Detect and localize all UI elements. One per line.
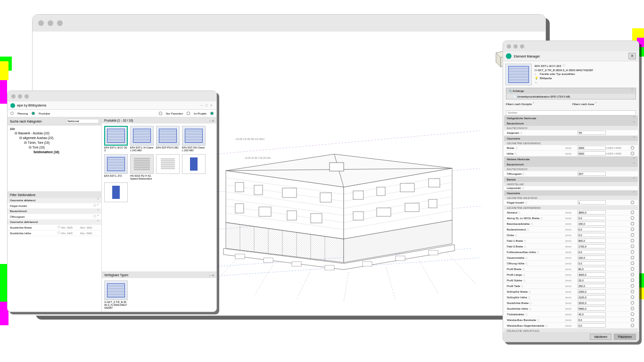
prop-input[interactable]	[578, 227, 606, 231]
em-family-select[interactable]: ⌕Familie oder Typ auswählen	[535, 73, 636, 75]
prop-input[interactable]	[578, 301, 606, 305]
filter-asse[interactable]: Filtern nach Asse ˅	[572, 102, 636, 106]
search-input[interactable]	[66, 119, 99, 123]
prop-chk[interactable]	[631, 273, 634, 276]
prop-input[interactable]	[578, 200, 606, 205]
window-max-icon[interactable]: □	[206, 104, 207, 107]
filter-group[interactable]: Geometrie ableitend˅	[8, 198, 101, 203]
product-card[interactable]: EFA SST-L-ECO 263	[104, 126, 128, 152]
window-close-icon[interactable]: ×	[210, 104, 212, 107]
product-card[interactable]: EFA SST-SN-Classic 230 A80	[182, 126, 206, 152]
product-card[interactable]: EFA SST-PS-N 281	[156, 126, 180, 152]
prop-chk[interactable]	[631, 256, 634, 259]
traffic-light-close[interactable]	[507, 44, 511, 49]
traffic-light-close[interactable]	[38, 20, 44, 26]
prop-chk[interactable]	[631, 324, 634, 327]
prop-input[interactable]	[578, 239, 606, 243]
traffic-light-max[interactable]	[25, 94, 29, 99]
prop-chk[interactable]	[631, 290, 634, 293]
prop-input[interactable]	[578, 323, 606, 328]
traffic-light-min[interactable]	[48, 20, 53, 26]
prop-chk[interactable]	[631, 228, 634, 231]
prop-chk[interactable]	[631, 201, 634, 204]
tree-item[interactable]: ⊟ Türen, Tore (16)	[10, 140, 99, 145]
prop-chk[interactable]	[631, 307, 634, 310]
prop-input[interactable]	[578, 146, 606, 150]
radio-planung[interactable]	[10, 112, 14, 115]
prop-input[interactable]	[578, 284, 606, 288]
product-card[interactable]	[104, 182, 128, 203]
traffic-light-close[interactable]	[11, 94, 16, 99]
type-card[interactable]: O-SKT_Z-TR_B-3500.0_H-3500.0#917432087	[104, 280, 128, 309]
em-group[interactable]: Maßgebliche Merkmale˅	[504, 115, 638, 121]
prop-chk[interactable]	[631, 318, 634, 321]
search-icon[interactable]: ⌕	[209, 119, 211, 122]
prop-chk[interactable]	[631, 262, 634, 265]
prop-chk[interactable]	[631, 245, 634, 248]
prop-input[interactable]	[578, 210, 606, 214]
product-card[interactable]: EFA SST-L-N-Classic 243 A80	[130, 126, 154, 152]
em-group[interactable]: Weitere Merkmale˅	[504, 156, 638, 162]
star-icon[interactable]: ☆	[535, 81, 538, 84]
prop-input[interactable]	[578, 216, 606, 220]
prop-input[interactable]	[578, 131, 606, 135]
tree-item[interactable]: Alle	[10, 127, 99, 131]
prop-chk[interactable]	[631, 152, 634, 155]
em-attach-header[interactable]: 📎 Anhänge ˄	[506, 88, 636, 94]
prop-chk[interactable]	[631, 146, 634, 149]
product-card[interactable]	[156, 154, 180, 180]
prop-input[interactable]	[578, 295, 606, 299]
filter-row[interactable]: Öffnungsartⓘ˅	[8, 214, 101, 220]
prop-chk[interactable]	[631, 267, 634, 271]
prop-input[interactable]	[578, 172, 606, 176]
category-tree[interactable]: Alle ⊟ Bauwerk - Ausbau (22) ⊟ allgemein…	[8, 125, 101, 191]
prop-chk[interactable]	[631, 313, 634, 316]
prop-chk[interactable]	[631, 233, 634, 237]
prop-input[interactable]	[578, 312, 606, 316]
window-min-icon[interactable]: −	[201, 104, 203, 107]
filter-group[interactable]: Geometrie definierend˅	[8, 220, 101, 225]
prop-input[interactable]	[578, 267, 606, 271]
traffic-light-min[interactable]	[513, 44, 518, 49]
prop-chk[interactable]	[631, 284, 634, 288]
prop-input[interactable]	[578, 318, 606, 322]
prop-input[interactable]	[578, 250, 606, 254]
grid-icon[interactable]: ▦	[212, 273, 214, 277]
filter-row[interactable]: Stocklichte BreiteⓘMin: 3520Max: 3920	[8, 225, 101, 230]
filter-disziplin[interactable]: Filtern nach Disziplin ˅	[506, 102, 570, 106]
prop-chk[interactable]	[631, 250, 634, 254]
product-card[interactable]: EFA SST-L 272	[104, 154, 128, 180]
prop-chk[interactable]	[631, 222, 634, 225]
traffic-light-max[interactable]	[57, 20, 63, 26]
tree-item[interactable]: ⊟ Tore (10)	[10, 145, 99, 150]
traffic-light-min[interactable]	[18, 94, 22, 99]
prop-chk[interactable]	[631, 211, 634, 214]
em-bimpedia-link[interactable]: 💡BIMpedia	[535, 76, 636, 80]
chk-improjekt[interactable]	[187, 112, 190, 115]
prop-input[interactable]	[578, 289, 606, 294]
prop-input[interactable]	[578, 306, 606, 311]
prop-input[interactable]	[578, 222, 606, 226]
em-titlebar[interactable]	[503, 41, 639, 51]
prop-input[interactable]	[578, 278, 606, 282]
em-group[interactable]: Betrieb˅	[504, 177, 638, 182]
place-button[interactable]: Platzieren	[614, 334, 636, 340]
prop-input[interactable]	[578, 272, 606, 277]
prop-chk[interactable]	[631, 296, 634, 299]
prop-input[interactable]	[578, 233, 606, 237]
prop-chk[interactable]	[631, 279, 634, 282]
em-search-input[interactable]	[506, 110, 636, 115]
traffic-light-max[interactable]	[520, 44, 524, 49]
filter-group[interactable]: Bautechnisch˅	[8, 209, 101, 214]
chk-favoriten[interactable]	[159, 112, 162, 115]
validate-button[interactable]: Validieren	[590, 334, 611, 340]
product-card[interactable]: HS 5015 PU H 42, Speed-Sektionaltor	[130, 154, 154, 180]
filter-row[interactable]: Stocklichte HöheⓘMin: 5400Max: 5960	[8, 230, 101, 236]
main-titlebar[interactable]	[33, 15, 545, 32]
search-icon[interactable]: ⌕	[209, 273, 211, 277]
em-close-button[interactable]: X	[628, 53, 636, 59]
catalog-titlebar[interactable]	[8, 91, 216, 101]
product-card[interactable]	[182, 154, 206, 180]
em-group[interactable]: Bautechnisch˅	[504, 162, 638, 167]
em-properties[interactable]: Maßgebliche Merkmale˅ Bautechnisch˅ BAUT…	[504, 115, 638, 332]
